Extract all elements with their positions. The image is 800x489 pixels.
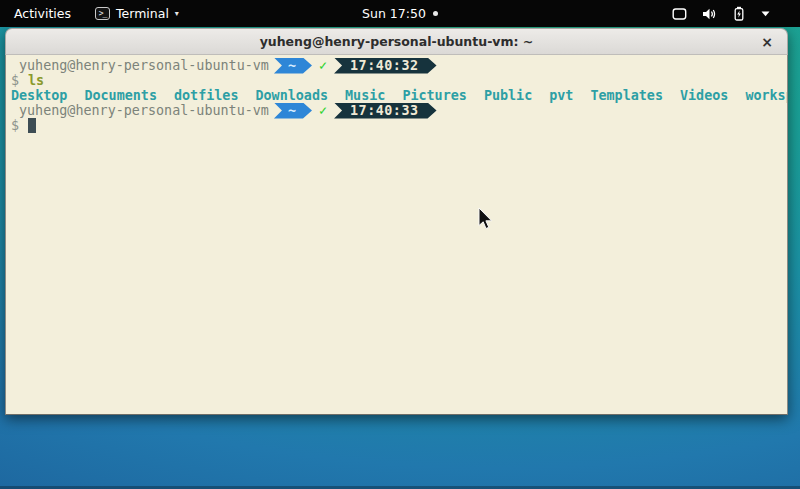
gnome-top-bar: Activities >_ Terminal ▾ Sun 17:50 [0,0,800,27]
chevron-down-icon: ▾ [175,9,179,18]
input-line[interactable]: $ [11,118,787,133]
terminal-app-icon: >_ [95,7,110,20]
chevron-down-icon [761,11,770,17]
prompt-time-segment: 17:40:33 [334,103,437,119]
ls-entry: Public [484,88,532,103]
prompt-symbol: $ [11,118,19,133]
prompt-status-check-icon: ✓ [319,58,327,73]
screen-share-icon [672,7,687,21]
activities-button[interactable]: Activities [10,6,75,21]
prompt-cwd-segment: ~ [274,103,312,119]
ls-entry: workspace [745,88,788,103]
terminal-content[interactable]: yuheng@henry-personal-ubuntu-vm ~ ✓ 17:4… [5,55,788,415]
ls-entry: dotfiles [174,88,239,103]
text-cursor [28,118,36,133]
window-titlebar[interactable]: yuheng@henry-personal-ubuntu-vm: ~ × [5,28,788,55]
ls-entry: Pictures [402,88,467,103]
ls-entry: Videos [680,88,728,103]
notification-dot-icon [433,11,438,16]
prompt-symbol: $ [11,73,19,88]
prompt-user-host: yuheng@henry-personal-ubuntu-vm [11,58,269,73]
terminal-window: yuheng@henry-personal-ubuntu-vm: ~ × yuh… [5,28,788,415]
volume-icon [702,7,717,21]
ls-entry: Templates [590,88,663,103]
system-status-area[interactable] [672,6,800,21]
battery-charging-icon [732,6,746,21]
close-icon[interactable]: × [757,32,777,52]
prompt-user-host: yuheng@henry-personal-ubuntu-vm [11,103,269,118]
desktop-background: Activities >_ Terminal ▾ Sun 17:50 [0,0,800,489]
app-menu-label: Terminal [116,6,169,21]
ls-output: DesktopDocumentsdotfilesDownloadsMusicPi… [11,88,787,103]
clock-label[interactable]: Sun 17:50 [362,6,426,21]
ls-entry: Documents [84,88,157,103]
command-text: ls [28,73,44,88]
ls-entry: Downloads [256,88,329,103]
window-title: yuheng@henry-personal-ubuntu-vm: ~ [260,34,534,49]
prompt-line-2: yuheng@henry-personal-ubuntu-vm ~ ✓ 17:4… [11,103,787,118]
prompt-status-check-icon: ✓ [319,103,327,118]
app-menu-terminal[interactable]: >_ Terminal ▾ [95,6,179,21]
prompt-line-1: yuheng@henry-personal-ubuntu-vm ~ ✓ 17:4… [11,58,787,73]
ls-entry: Music [345,88,385,103]
prompt-cwd-segment: ~ [274,58,312,74]
mouse-cursor-icon [478,207,494,231]
ls-entry: Desktop [11,88,67,103]
ls-entry: pvt [549,88,573,103]
prompt-time-segment: 17:40:32 [334,58,437,74]
command-line: $ ls [11,73,787,88]
